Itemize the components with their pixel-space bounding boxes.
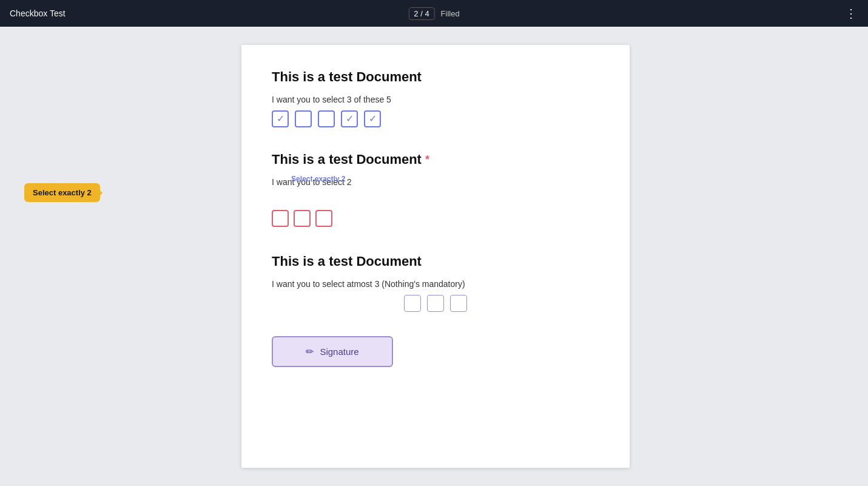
checkbox-s2-2[interactable] [294, 210, 311, 227]
section-2-title: This is a test Document [272, 152, 422, 167]
cb-box-s1-2[interactable] [295, 110, 312, 127]
cb-box-s3-1[interactable] [404, 295, 421, 312]
checkbox-s3-2[interactable] [427, 295, 444, 312]
app-title: Checkbox Test [10, 8, 66, 18]
section-1-instruction: I want you to select 3 of these 5 [272, 95, 599, 104]
tooltip-annotation: Select exactly 2 [24, 183, 100, 202]
signature-section: ✏ Signature [272, 336, 599, 367]
page-badge: 2 / 4 [408, 7, 434, 20]
section-2-validation-container: Select exactly 2 [272, 193, 332, 227]
cb-box-s1-5[interactable]: ✓ [364, 110, 381, 127]
section-3-checkboxes [272, 295, 599, 312]
checkbox-s3-1[interactable] [404, 295, 421, 312]
doc-page: This is a test Document I want you to se… [241, 45, 630, 468]
section-3-title: This is a test Document [272, 254, 599, 269]
right-panel [642, 27, 868, 486]
checkmark-s1-5: ✓ [369, 114, 377, 124]
checkbox-s1-2[interactable] [295, 110, 312, 127]
cb-box-s1-3[interactable] [318, 110, 335, 127]
main-layout: Select exactly 2 This is a test Document… [0, 27, 868, 486]
checkbox-s3-3[interactable] [450, 295, 467, 312]
signature-pen-icon: ✏ [306, 346, 314, 357]
sidebar: Select exactly 2 [0, 27, 229, 486]
cb-box-s1-1[interactable]: ✓ [272, 110, 289, 127]
cb-box-s2-2[interactable] [294, 210, 311, 227]
section-2-checkboxes [272, 210, 332, 227]
signature-button[interactable]: ✏ Signature [272, 336, 393, 367]
checkbox-s2-1[interactable] [272, 210, 289, 227]
required-star: * [425, 154, 429, 166]
checkbox-s2-3[interactable] [315, 210, 332, 227]
cb-box-s3-3[interactable] [450, 295, 467, 312]
checkmark-s1-4: ✓ [346, 114, 354, 124]
topbar: Checkbox Test 2 / 4 Filled ⋮ [0, 0, 868, 27]
cb-box-s1-4[interactable]: ✓ [341, 110, 358, 127]
checkbox-s1-1[interactable]: ✓ [272, 110, 289, 127]
menu-icon[interactable]: ⋮ [845, 6, 858, 21]
checkmark-s1-1: ✓ [277, 114, 284, 124]
section-2: This is a test Document * I want you to … [272, 152, 599, 229]
cb-box-s3-2[interactable] [427, 295, 444, 312]
checkbox-s1-5[interactable]: ✓ [364, 110, 381, 127]
section-1: This is a test Document I want you to se… [272, 69, 599, 127]
checkbox-s1-4[interactable]: ✓ [341, 110, 358, 127]
cb-box-s2-3[interactable] [315, 210, 332, 227]
section-1-checkboxes: ✓ ✓ [272, 110, 599, 127]
validation-tooltip: Select exactly 2 [291, 175, 345, 183]
cb-box-s2-1[interactable] [272, 210, 289, 227]
page-info: 2 / 4 Filled [408, 7, 459, 20]
validation-text: Select exactly 2 [291, 175, 345, 183]
section-1-title: This is a test Document [272, 69, 599, 85]
section-3-instruction: I want you to select atmost 3 (Nothing's… [272, 279, 599, 289]
section-3: This is a test Document I want you to se… [272, 254, 599, 312]
status-label: Filled [441, 9, 460, 18]
checkbox-s1-3[interactable] [318, 110, 335, 127]
select-exactly-2-tooltip: Select exactly 2 [24, 183, 100, 202]
doc-area: This is a test Document I want you to se… [229, 27, 642, 486]
signature-label: Signature [320, 346, 358, 357]
